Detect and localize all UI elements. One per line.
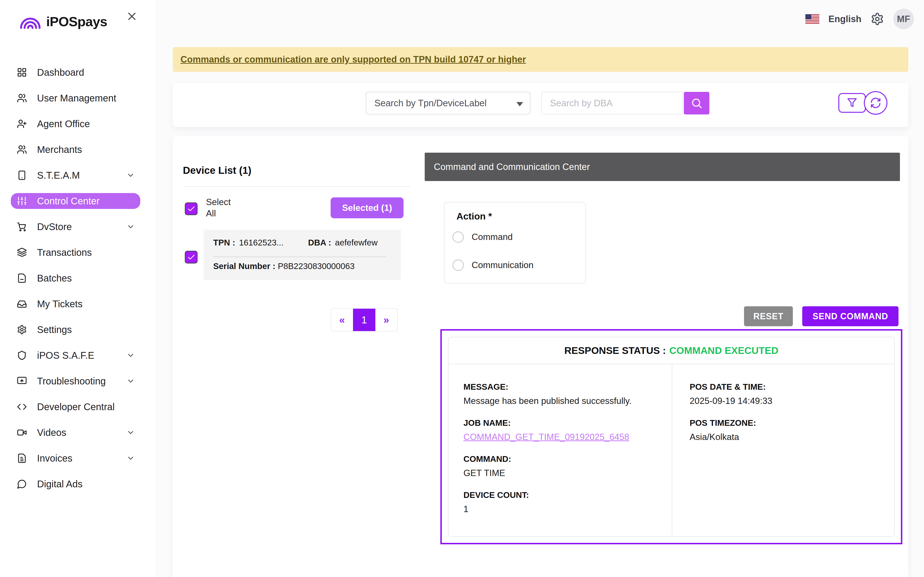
brand-logo: iPOSpays [18,13,107,29]
close-sidebar-icon[interactable] [126,10,138,23]
pagination-next-button[interactable]: » [375,309,397,331]
pagination-prev-button[interactable]: « [331,309,353,331]
radio-option-command[interactable]: Command [452,231,513,243]
language-selector[interactable]: English [829,14,861,24]
sidebar-item-label: Digital Ads [37,479,82,490]
selected-count-button[interactable]: Selected (1) [331,197,404,218]
response-field-message: MESSAGE: Message has been published succ… [464,382,672,406]
sidebar-item-transactions[interactable]: Transactions [11,245,140,260]
sidebar-item-label: Developer Central [37,401,115,412]
command-center-header: Command and Communication Center [425,153,900,181]
sidebar-item-label: Agent Office [37,119,90,129]
sidebar-item-dashboard[interactable]: Dashboard [11,64,140,80]
search-button[interactable] [684,92,709,114]
chevron-down-icon [126,377,135,385]
response-status-label: RESPONSE STATUS : [564,345,666,356]
sidebar-item-label: iPOS S.A.F.E [37,350,94,361]
user-avatar[interactable]: MF [893,9,914,29]
tpn-build-warning-link[interactable]: Commands or communication are only suppo… [181,54,526,64]
serial-value: P8B2230830000063 [278,261,354,271]
top-right-toolbar: English MF [805,9,914,29]
control-center-card: Device List (1) Select All Selected (1) … [173,136,908,577]
sidebar-item-troubleshooting[interactable]: Troubleshooting [11,373,140,389]
radio-button-icon[interactable] [452,231,464,243]
radio-option-label: Command [472,232,513,242]
sidebar-item-control-center[interactable]: Control Center [11,193,140,209]
tpn-build-warning-banner: Commands or communication are only suppo… [173,47,908,72]
action-label: Action * [457,211,492,222]
sidebar-item-label: My Tickets [37,298,82,309]
sidebar-item-label: DvStore [37,221,72,232]
sidebar-item-label: User Management [37,93,116,104]
sidebar-item-developer-central[interactable]: Developer Central [11,399,140,415]
sidebar-item-label: Batches [37,273,72,284]
sidebar-item-label: Transactions [37,247,92,258]
response-field-job-name: JOB NAME: COMMAND_GET_TIME_09192025_6458 [464,418,672,442]
sidebar-item-merchants[interactable]: Merchants [11,142,140,158]
device-card-divider [213,256,386,257]
filter-button[interactable] [838,93,866,113]
device-list-divider [183,186,410,187]
response-field-pos-timezone: POS TIMEZONE: Asia/Kolkata [690,418,894,442]
sidebar-item-my-tickets[interactable]: My Tickets [11,296,140,312]
sidebar-item-batches[interactable]: Batches [11,270,140,286]
sidebar-item-settings[interactable]: Settings [11,322,140,338]
settings-gear-icon[interactable] [871,12,884,26]
rainbow-logo-icon [18,13,42,29]
screen-share-icon [17,376,27,386]
shopping-cart-icon [17,222,27,232]
sidebar-item-dvstore[interactable]: DvStore [11,219,140,235]
device-checkbox[interactable] [185,251,197,263]
file-text-icon [17,453,27,463]
send-command-button[interactable]: SEND COMMAND [802,306,898,326]
chevron-down-icon [126,171,135,180]
sidebar-item-ipos-safe[interactable]: iPOS S.A.F.E [11,347,140,363]
search-type-dropdown[interactable]: Search by Tpn/DeviceLabel [366,92,530,114]
search-type-dropdown-label: Search by Tpn/DeviceLabel [375,98,486,108]
dashboard-grid-icon [17,67,27,77]
refresh-icon [870,97,882,109]
select-all-label: Select All [206,197,231,219]
sidebar: iPOSpays Dashboard User Management Agent… [0,0,157,577]
chevron-down-icon [126,428,135,437]
refresh-button[interactable] [864,91,887,115]
response-body: MESSAGE: Message has been published succ… [449,364,894,536]
radio-option-label: Communication [472,260,533,270]
reset-button[interactable]: RESET [744,306,793,326]
search-toolbar-card: Search by Tpn/DeviceLabel [173,83,908,127]
video-camera-icon [17,427,27,438]
response-status-row: RESPONSE STATUS : COMMAND EXECUTED [449,337,894,364]
tpn-value: 16162523... [239,238,283,247]
sidebar-item-steam[interactable]: S.T.E.A.M [11,167,140,183]
dba-value: aefefewfew [335,238,378,247]
response-panel: RESPONSE STATUS : COMMAND EXECUTED MESSA… [440,329,902,544]
response-field-device-count: DEVICE COUNT: 1 [464,490,672,514]
ipospays-app: iPOSpays Dashboard User Management Agent… [0,0,924,577]
sidebar-item-videos[interactable]: Videos [11,425,140,440]
code-icon [17,402,27,412]
search-dba-input[interactable] [541,92,683,114]
sidebar-item-user-management[interactable]: User Management [11,90,140,106]
file-minus-icon [17,273,27,283]
radio-button-icon[interactable] [452,259,464,271]
us-flag-icon [805,14,819,24]
sidebar-item-label: Videos [37,427,66,438]
check-icon [187,205,195,213]
sidebar-item-agent-office[interactable]: Agent Office [11,116,140,132]
message-bubble-icon [17,479,27,489]
device-list-item[interactable]: TPN : 16162523... DBA : aefefewfew Seria… [204,230,401,280]
response-left-column: MESSAGE: Message has been published succ… [449,364,672,536]
smartphone-icon [17,170,27,180]
action-card: Action * Command Communication [444,202,586,284]
gear-icon [17,324,27,335]
response-field-command: COMMAND: GET TIME [464,454,672,478]
response-status-value: COMMAND EXECUTED [669,345,778,356]
sidebar-item-invoices[interactable]: Invoices [11,450,140,466]
inbox-icon [17,299,27,309]
radio-option-communication[interactable]: Communication [452,259,533,271]
funnel-filter-icon [846,97,858,108]
sidebar-item-digital-ads[interactable]: Digital Ads [11,476,140,492]
pagination-page-1[interactable]: 1 [353,309,375,331]
select-all-checkbox[interactable] [185,202,197,215]
job-name-link[interactable]: COMMAND_GET_TIME_09192025_6458 [464,432,672,442]
